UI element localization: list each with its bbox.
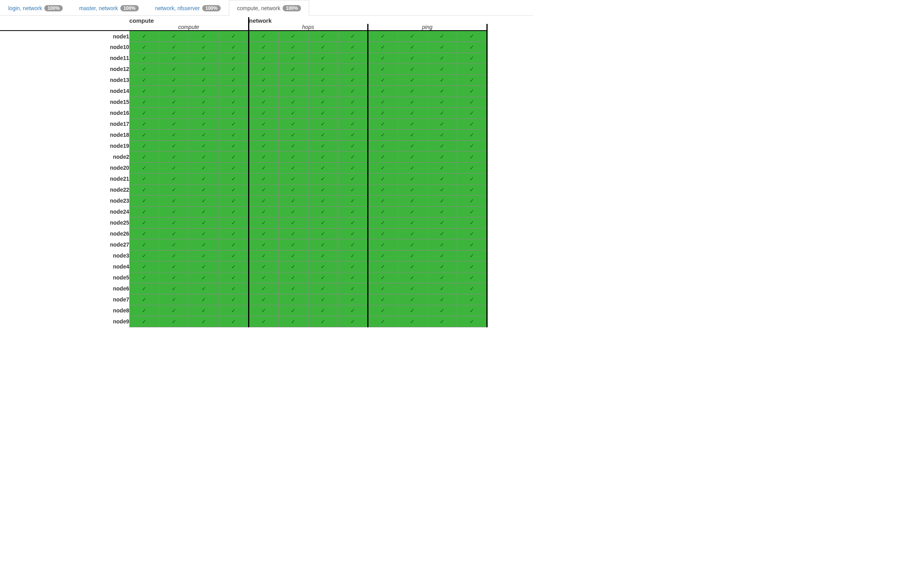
result-cell[interactable]: ✓ [249, 228, 278, 239]
result-cell[interactable]: ✓ [308, 118, 338, 129]
result-cell[interactable]: ✓ [249, 53, 278, 64]
result-cell[interactable]: ✓ [159, 74, 189, 85]
result-cell[interactable]: ✓ [427, 107, 457, 118]
result-cell[interactable]: ✓ [159, 151, 189, 162]
result-cell[interactable]: ✓ [338, 42, 368, 53]
result-cell[interactable]: ✓ [427, 140, 457, 151]
result-cell[interactable]: ✓ [129, 74, 159, 85]
result-cell[interactable]: ✓ [278, 283, 308, 294]
result-cell[interactable]: ✓ [249, 107, 278, 118]
result-cell[interactable]: ✓ [189, 206, 219, 217]
result-cell[interactable]: ✓ [189, 96, 219, 107]
result-cell[interactable]: ✓ [189, 129, 219, 140]
result-cell[interactable]: ✓ [368, 316, 397, 327]
result-cell[interactable]: ✓ [129, 195, 159, 206]
result-cell[interactable]: ✓ [457, 184, 487, 195]
result-cell[interactable]: ✓ [457, 162, 487, 173]
result-cell[interactable]: ✓ [308, 74, 338, 85]
result-cell[interactable]: ✓ [368, 64, 397, 74]
result-cell[interactable]: ✓ [368, 162, 397, 173]
tab-network-nfsserver[interactable]: network, nfsserver 100% [147, 0, 229, 16]
result-cell[interactable]: ✓ [427, 96, 457, 107]
result-cell[interactable]: ✓ [368, 31, 397, 42]
result-cell[interactable]: ✓ [457, 85, 487, 96]
result-cell[interactable]: ✓ [338, 217, 368, 228]
tab-login-network[interactable]: login, network 100% [0, 0, 71, 16]
result-cell[interactable]: ✓ [397, 272, 427, 283]
result-cell[interactable]: ✓ [249, 85, 278, 96]
result-cell[interactable]: ✓ [427, 239, 457, 250]
result-cell[interactable]: ✓ [159, 283, 189, 294]
result-cell[interactable]: ✓ [308, 64, 338, 74]
result-cell[interactable]: ✓ [457, 31, 487, 42]
result-cell[interactable]: ✓ [249, 151, 278, 162]
result-cell[interactable]: ✓ [249, 217, 278, 228]
result-cell[interactable]: ✓ [368, 140, 397, 151]
result-cell[interactable]: ✓ [189, 261, 219, 272]
result-cell[interactable]: ✓ [159, 53, 189, 64]
result-cell[interactable]: ✓ [338, 85, 368, 96]
result-cell[interactable]: ✓ [249, 42, 278, 53]
result-cell[interactable]: ✓ [189, 85, 219, 96]
result-cell[interactable]: ✓ [219, 283, 249, 294]
result-cell[interactable]: ✓ [278, 118, 308, 129]
result-cell[interactable]: ✓ [249, 184, 278, 195]
result-cell[interactable]: ✓ [159, 140, 189, 151]
result-cell[interactable]: ✓ [219, 42, 249, 53]
result-cell[interactable]: ✓ [338, 261, 368, 272]
result-cell[interactable]: ✓ [129, 129, 159, 140]
result-cell[interactable]: ✓ [427, 316, 457, 327]
result-cell[interactable]: ✓ [159, 294, 189, 305]
result-cell[interactable]: ✓ [397, 140, 427, 151]
result-cell[interactable]: ✓ [368, 261, 397, 272]
result-cell[interactable]: ✓ [397, 173, 427, 184]
result-cell[interactable]: ✓ [368, 74, 397, 85]
result-cell[interactable]: ✓ [368, 151, 397, 162]
result-cell[interactable]: ✓ [219, 85, 249, 96]
result-cell[interactable]: ✓ [308, 316, 338, 327]
result-cell[interactable]: ✓ [278, 239, 308, 250]
result-cell[interactable]: ✓ [338, 272, 368, 283]
result-cell[interactable]: ✓ [278, 250, 308, 261]
result-cell[interactable]: ✓ [397, 64, 427, 74]
result-cell[interactable]: ✓ [427, 261, 457, 272]
result-cell[interactable]: ✓ [249, 283, 278, 294]
result-cell[interactable]: ✓ [278, 42, 308, 53]
result-cell[interactable]: ✓ [427, 305, 457, 316]
result-cell[interactable]: ✓ [278, 294, 308, 305]
result-cell[interactable]: ✓ [338, 129, 368, 140]
result-cell[interactable]: ✓ [308, 305, 338, 316]
result-cell[interactable]: ✓ [457, 228, 487, 239]
result-cell[interactable]: ✓ [189, 140, 219, 151]
result-cell[interactable]: ✓ [129, 151, 159, 162]
result-cell[interactable]: ✓ [397, 305, 427, 316]
result-cell[interactable]: ✓ [129, 272, 159, 283]
result-cell[interactable]: ✓ [427, 74, 457, 85]
result-cell[interactable]: ✓ [249, 162, 278, 173]
result-cell[interactable]: ✓ [278, 162, 308, 173]
result-cell[interactable]: ✓ [159, 316, 189, 327]
result-cell[interactable]: ✓ [278, 140, 308, 151]
result-cell[interactable]: ✓ [427, 53, 457, 64]
result-cell[interactable]: ✓ [368, 85, 397, 96]
result-cell[interactable]: ✓ [159, 250, 189, 261]
result-cell[interactable]: ✓ [368, 118, 397, 129]
result-cell[interactable]: ✓ [219, 151, 249, 162]
result-cell[interactable]: ✓ [159, 239, 189, 250]
result-cell[interactable]: ✓ [397, 195, 427, 206]
result-cell[interactable]: ✓ [397, 53, 427, 64]
result-cell[interactable]: ✓ [427, 118, 457, 129]
result-cell[interactable]: ✓ [189, 162, 219, 173]
result-cell[interactable]: ✓ [427, 195, 457, 206]
result-cell[interactable]: ✓ [338, 316, 368, 327]
result-cell[interactable]: ✓ [457, 294, 487, 305]
result-cell[interactable]: ✓ [457, 239, 487, 250]
result-cell[interactable]: ✓ [308, 107, 338, 118]
result-cell[interactable]: ✓ [338, 96, 368, 107]
result-cell[interactable]: ✓ [278, 53, 308, 64]
result-cell[interactable]: ✓ [129, 64, 159, 74]
result-cell[interactable]: ✓ [368, 217, 397, 228]
result-cell[interactable]: ✓ [129, 206, 159, 217]
result-cell[interactable]: ✓ [308, 85, 338, 96]
result-cell[interactable]: ✓ [397, 294, 427, 305]
